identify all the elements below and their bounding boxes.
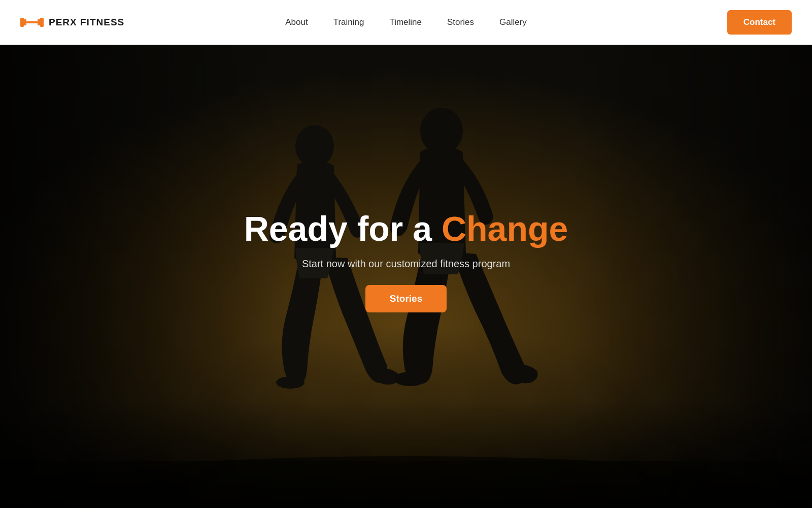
contact-button[interactable]: Contact (727, 10, 792, 35)
svg-rect-1 (24, 19, 26, 25)
stories-button[interactable]: Stories (365, 285, 447, 312)
hero-subtitle: Start now with our customized fitness pr… (302, 258, 510, 270)
brand-name: PERX FITNESS (49, 17, 124, 28)
hero-title-highlight: Change (442, 209, 568, 248)
svg-rect-4 (40, 18, 44, 27)
hero-title-text: Ready for a (244, 209, 442, 248)
svg-rect-2 (26, 21, 38, 23)
svg-rect-0 (20, 18, 24, 27)
logo: PERX FITNESS (20, 15, 124, 30)
svg-rect-3 (38, 19, 40, 25)
dumbbell-icon (20, 15, 44, 30)
nav-gallery[interactable]: Gallery (499, 17, 527, 27)
navbar: PERX FITNESS About Training Timeline Sto… (0, 0, 812, 45)
hero-content: Ready for a Change Start now with our cu… (0, 45, 812, 508)
nav-links: About Training Timeline Stories Gallery (285, 17, 527, 27)
nav-training[interactable]: Training (333, 17, 364, 27)
hero-section: Ready for a Change Start now with our cu… (0, 45, 812, 508)
nav-timeline[interactable]: Timeline (389, 17, 422, 27)
nav-about[interactable]: About (285, 17, 308, 27)
nav-stories[interactable]: Stories (447, 17, 474, 27)
hero-title: Ready for a Change (244, 210, 568, 248)
